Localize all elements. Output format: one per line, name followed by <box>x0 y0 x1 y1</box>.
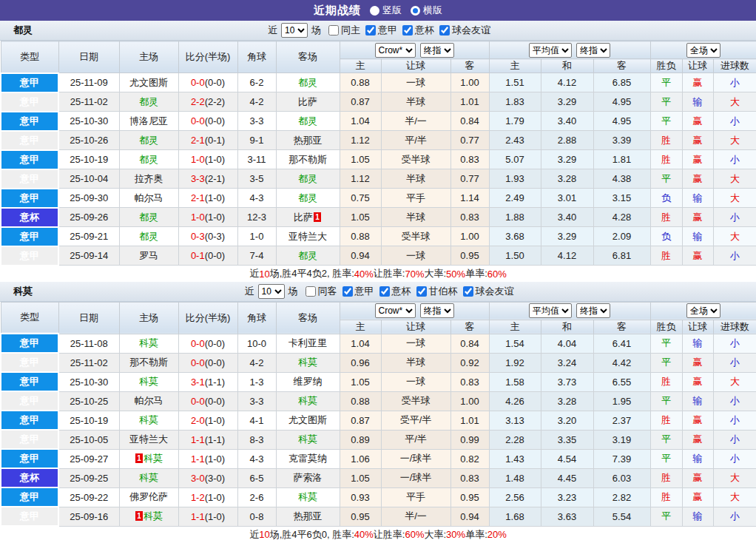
team-name-text: 都灵 <box>298 250 317 261</box>
league-badge: 意甲 <box>1 507 58 526</box>
league-filter-checkbox-1[interactable] <box>379 286 390 297</box>
odds-provider-select[interactable]: Crow* <box>375 43 416 58</box>
result-goals-text: 大 <box>730 472 740 483</box>
same-venue-checkbox[interactable] <box>306 286 316 297</box>
home-team: 罗马 <box>119 246 178 266</box>
result-wdl-text: 平 <box>661 173 671 184</box>
layout-radio-horizontal[interactable]: 横版 <box>411 4 442 17</box>
league-filter-label-1: 意杯 <box>392 285 411 298</box>
league-filter-checkbox-2[interactable] <box>416 286 427 297</box>
odds-final-select[interactable]: 终指 <box>420 303 454 318</box>
result-handicap: 赢 <box>682 372 713 391</box>
result-goals: 小 <box>713 430 756 449</box>
result-wdl-text: 平 <box>661 510 671 522</box>
match-date: 25-09-16 <box>58 507 119 526</box>
home-team: 博洛尼亚 <box>119 112 178 131</box>
away-team: 都灵 <box>276 169 340 189</box>
odds-final-select[interactable]: 终指 <box>420 43 454 58</box>
sub-header-8: 进球数 <box>713 320 756 334</box>
score-fulltime: 1-0 <box>191 212 205 223</box>
result-handicap-text: 输 <box>693 510 703 522</box>
match-date: 25-09-27 <box>58 449 119 468</box>
result-goals: 小 <box>713 334 756 353</box>
odds-home: 1.12 <box>340 169 381 189</box>
result-goals-text: 小 <box>730 510 740 522</box>
team-name-text: 比萨 <box>294 212 313 223</box>
avg-home: 1.83 <box>489 92 541 112</box>
team-section-1: 都灵近10场同主意甲意杯球会友谊类型日期主场比分(半场)角球客场Crow*终指平… <box>0 21 756 282</box>
handicap-line: 受平/半 <box>381 411 450 430</box>
team-name-text: 萨索洛 <box>294 472 323 483</box>
result-wdl-text: 平 <box>661 433 671 445</box>
handicap-line: 平/半 <box>381 430 450 449</box>
handicap-line: 半球 <box>381 169 450 189</box>
corners: 3-3 <box>237 112 276 131</box>
result-wdl: 平 <box>650 430 682 449</box>
avg-away: 3.19 <box>593 430 650 449</box>
avg-draw: 3.01 <box>541 189 593 208</box>
score: 0-0(0-0) <box>178 112 237 131</box>
league-filter-checkbox-1[interactable] <box>402 25 413 36</box>
away-team: 亚特兰大 <box>276 227 340 246</box>
avg-provider-select[interactable]: 平均值 <box>529 43 572 58</box>
odds-provider-select[interactable]: Crow* <box>375 303 416 318</box>
avg-home: 1.93 <box>489 169 541 189</box>
team-name-text: 科莫 <box>298 357 317 368</box>
league-filter-checkbox-3[interactable] <box>463 286 473 297</box>
league-filter-checkbox-0[interactable] <box>365 25 376 36</box>
sub-header-4: 和 <box>541 320 593 334</box>
result-wdl: 平 <box>650 334 682 353</box>
odds-home: 0.75 <box>340 189 381 208</box>
home-team: 尤文图斯 <box>119 73 178 92</box>
table-row: 意甲25-11-02那不勒斯0-0(0-0)4-2科莫0.96半球0.921.9… <box>1 353 756 372</box>
avg-provider-select[interactable]: 平均值 <box>529 303 572 318</box>
table-row: 意杯25-09-25科莫3-0(3-0)6-5萨索洛1.05一/球半0.831.… <box>1 468 756 487</box>
summary-segment: 近 <box>249 528 259 540</box>
same-venue-checkbox[interactable] <box>328 25 339 36</box>
home-team: 都灵 <box>119 131 178 150</box>
league-badge: 意甲 <box>1 227 58 246</box>
scope-select[interactable]: 全场 <box>686 303 720 318</box>
team-name-text: 佛罗伦萨 <box>129 491 168 502</box>
match-date: 25-11-02 <box>58 92 119 112</box>
away-team: 科莫 <box>276 430 340 449</box>
results-table: 类型日期主场比分(半场)角球客场Crow*终指平均值终指全场主让球客主和客胜负让… <box>0 41 756 266</box>
score-halftime: (1-0) <box>205 453 225 465</box>
team-name-text: 亚特兰大 <box>288 231 327 242</box>
odds-home: 0.88 <box>340 73 381 92</box>
result-wdl: 平 <box>650 73 682 92</box>
league-filter-checkbox-2[interactable] <box>439 25 450 36</box>
handicap-line: 受半球 <box>381 150 450 169</box>
scope-select[interactable]: 全场 <box>686 43 720 58</box>
corners: 4-1 <box>237 411 276 430</box>
score: 3-1(1-1) <box>178 372 237 391</box>
games-count-select[interactable]: 10 <box>281 23 308 38</box>
result-handicap-text: 赢 <box>693 173 703 184</box>
corners: 9-1 <box>237 131 276 150</box>
away-team: 那不勒斯 <box>276 150 340 169</box>
odds-away: 0.83 <box>450 150 489 169</box>
avg-final-select[interactable]: 终指 <box>576 43 610 58</box>
league-filter-checkbox-0[interactable] <box>342 286 353 297</box>
team-name-text: 科莫 <box>144 510 163 522</box>
sections-container: 都灵近10场同主意甲意杯球会友谊类型日期主场比分(半场)角球客场Crow*终指平… <box>0 21 756 540</box>
result-wdl-text: 平 <box>661 115 671 126</box>
games-count-select[interactable]: 10 <box>258 284 285 299</box>
result-wdl-text: 胜 <box>661 135 671 146</box>
league-filter-label-0: 意甲 <box>355 285 374 298</box>
away-team: 热那亚 <box>276 507 340 526</box>
odds-away: 1.00 <box>450 391 489 411</box>
scope-group-header: 全场 <box>650 302 756 320</box>
avg-home: 1.88 <box>489 208 541 227</box>
result-wdl-text: 胜 <box>661 212 671 223</box>
odds-away: 0.84 <box>450 334 489 353</box>
match-date: 25-11-08 <box>58 334 119 353</box>
team-name-text: 尤文图斯 <box>288 414 327 425</box>
summary-segment: 70% <box>405 269 424 280</box>
team-name-text: 那不勒斯 <box>288 154 327 165</box>
result-wdl: 平 <box>650 92 682 112</box>
layout-radio-vertical[interactable]: 竖版 <box>370 4 402 17</box>
avg-final-select[interactable]: 终指 <box>576 303 610 318</box>
score-fulltime: 0-0 <box>191 77 205 88</box>
team-name-text: 都灵 <box>298 192 317 203</box>
